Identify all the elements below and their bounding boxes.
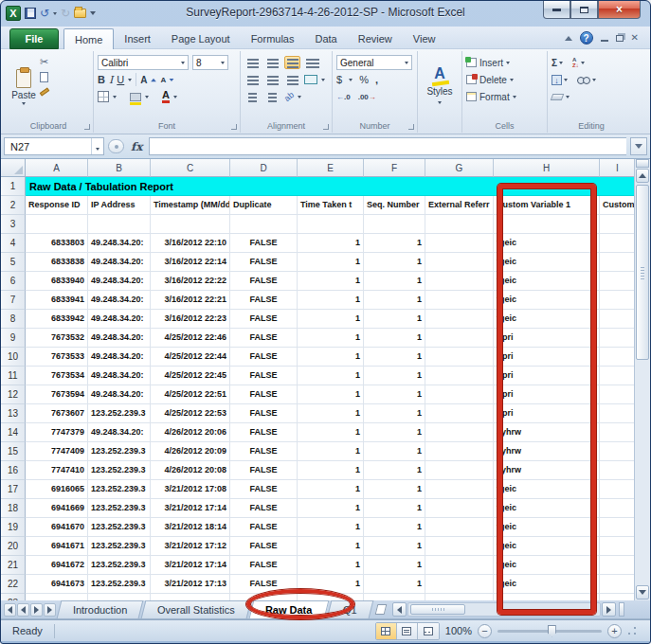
cell-C9[interactable]: 4/25/2012 22:46 bbox=[151, 329, 230, 348]
sheet-tab-q1[interactable]: Q1 bbox=[327, 600, 373, 618]
format-cells-button[interactable]: Format bbox=[466, 88, 543, 105]
formula-input[interactable] bbox=[149, 137, 626, 155]
percent-format-button[interactable]: % bbox=[359, 74, 369, 85]
next-sheet-icon[interactable] bbox=[30, 603, 43, 617]
row-header-1[interactable]: 1 bbox=[1, 177, 26, 196]
cell-H4[interactable]: tgeic bbox=[494, 234, 600, 253]
cell-D14[interactable]: FALSE bbox=[230, 423, 298, 442]
cell-C17[interactable]: 3/21/2012 17:08 bbox=[151, 480, 230, 499]
column-header-F[interactable]: F bbox=[364, 159, 425, 177]
last-sheet-icon[interactable] bbox=[44, 603, 56, 617]
cell-E6[interactable]: 1 bbox=[298, 272, 364, 291]
cell-D15[interactable]: FALSE bbox=[230, 442, 298, 461]
cell-A21[interactable]: 6941672 bbox=[26, 556, 88, 575]
row-header-19[interactable]: 19 bbox=[1, 518, 26, 537]
cell-C7[interactable]: 3/16/2012 22:21 bbox=[151, 291, 230, 310]
cell-E23[interactable] bbox=[298, 594, 364, 600]
grow-font-button[interactable]: A bbox=[140, 75, 156, 85]
cell-G3[interactable] bbox=[425, 215, 494, 234]
cell-B15[interactable]: 123.252.239.3 bbox=[88, 442, 151, 461]
cell-H11[interactable]: rlpri bbox=[494, 367, 600, 385]
cell-G9[interactable] bbox=[425, 329, 494, 348]
cell-I2[interactable]: Custom V bbox=[600, 196, 636, 215]
decrease-decimal-icon[interactable]: .00→ bbox=[358, 93, 376, 101]
cell-C11[interactable]: 4/25/2012 22:45 bbox=[151, 367, 230, 385]
cell-D23[interactable] bbox=[230, 594, 298, 600]
cell-F4[interactable]: 1 bbox=[364, 234, 425, 253]
cell-A4[interactable]: 6833803 bbox=[26, 234, 88, 253]
cell-F3[interactable] bbox=[364, 215, 425, 234]
align-bottom-icon[interactable] bbox=[284, 56, 300, 69]
cell-D13[interactable]: FALSE bbox=[230, 404, 298, 423]
format-painter-icon[interactable] bbox=[40, 87, 49, 96]
cell-B11[interactable]: 49.248.34.20: bbox=[88, 367, 151, 385]
cell-I11[interactable] bbox=[600, 367, 636, 385]
underline-dropdown-icon[interactable] bbox=[128, 79, 132, 81]
cell-G11[interactable] bbox=[425, 367, 494, 385]
tab-formulas[interactable]: Formulas bbox=[241, 28, 305, 49]
cell-I23[interactable] bbox=[600, 594, 636, 600]
cell-I10[interactable] bbox=[600, 348, 636, 367]
cell-A11[interactable]: 7673534 bbox=[26, 367, 88, 385]
cell-B7[interactable]: 49.248.34.20: bbox=[88, 291, 151, 310]
align-center-icon[interactable] bbox=[264, 73, 280, 86]
cell-E3[interactable] bbox=[298, 215, 364, 234]
cell-H19[interactable]: tgeic bbox=[494, 518, 600, 537]
cell-I8[interactable] bbox=[600, 310, 636, 329]
workbook-restore-icon[interactable] bbox=[616, 35, 624, 42]
cell-C2[interactable]: Timestamp (MM/dd bbox=[151, 196, 230, 215]
row-header-9[interactable]: 9 bbox=[1, 329, 26, 348]
cell-G19[interactable] bbox=[425, 518, 494, 537]
cell-A18[interactable]: 6941669 bbox=[26, 499, 88, 518]
cell-A5[interactable]: 6833838 bbox=[26, 253, 88, 272]
vertical-scrollbar[interactable] bbox=[634, 159, 650, 600]
number-dialog-launcher-icon[interactable] bbox=[408, 124, 414, 130]
cell-E21[interactable]: 1 bbox=[298, 556, 364, 575]
row-header-11[interactable]: 11 bbox=[1, 367, 26, 385]
shrink-font-button[interactable]: A bbox=[161, 76, 176, 84]
cell-A16[interactable]: 7747410 bbox=[26, 461, 88, 480]
cell-E13[interactable]: 1 bbox=[298, 404, 364, 423]
cell-A6[interactable]: 6833940 bbox=[26, 272, 88, 291]
row-header-3[interactable]: 3 bbox=[1, 215, 26, 234]
resize-grip[interactable] bbox=[627, 626, 637, 635]
cell-C14[interactable]: 4/26/2012 20:06 bbox=[151, 423, 230, 442]
cell-A20[interactable]: 6941671 bbox=[26, 537, 88, 556]
file-tab[interactable]: File bbox=[9, 28, 59, 49]
cell-E5[interactable]: 1 bbox=[298, 253, 364, 272]
cell-C15[interactable]: 4/26/2012 20:09 bbox=[151, 442, 230, 461]
increase-indent-icon[interactable] bbox=[264, 90, 280, 103]
cell-C19[interactable]: 3/21/2012 18:14 bbox=[151, 518, 230, 537]
merge-dropdown-icon[interactable] bbox=[321, 79, 325, 81]
cell-G20[interactable] bbox=[425, 537, 494, 556]
cell-G18[interactable] bbox=[425, 499, 494, 518]
fill-color-icon[interactable] bbox=[130, 93, 141, 101]
minimize-button[interactable] bbox=[543, 1, 570, 19]
cell-G10[interactable] bbox=[425, 348, 494, 367]
cell-H10[interactable]: rlpri bbox=[494, 348, 600, 367]
cell-A10[interactable]: 7673533 bbox=[26, 348, 88, 367]
cell-E9[interactable]: 1 bbox=[298, 329, 364, 348]
bold-button[interactable]: B bbox=[98, 74, 105, 85]
row-header-4[interactable]: 4 bbox=[1, 234, 26, 253]
cell-H7[interactable]: tgeic bbox=[494, 291, 600, 310]
cell-I17[interactable] bbox=[600, 480, 636, 499]
number-format-select[interactable]: General bbox=[336, 55, 412, 70]
cell-E22[interactable]: 1 bbox=[298, 575, 364, 594]
cell-A8[interactable]: 6833942 bbox=[26, 310, 88, 329]
borders-icon[interactable] bbox=[98, 91, 109, 102]
cell-G21[interactable] bbox=[425, 556, 494, 575]
cell-A9[interactable]: 7673532 bbox=[26, 329, 88, 348]
cell-B8[interactable]: 49.248.34.20: bbox=[88, 310, 151, 329]
collapse-ribbon-icon[interactable] bbox=[565, 36, 572, 41]
cell-H14[interactable]: ayhrw bbox=[494, 423, 600, 442]
cell-F10[interactable]: 1 bbox=[364, 348, 425, 367]
cell-F2[interactable]: Seq. Number bbox=[364, 196, 425, 215]
cell-B14[interactable]: 49.248.34.20: bbox=[88, 423, 151, 442]
fill-color-dropdown-icon[interactable] bbox=[145, 96, 149, 98]
cell-A15[interactable]: 7747409 bbox=[26, 442, 88, 461]
cell-H15[interactable]: ayhrw bbox=[494, 442, 600, 461]
delete-cells-button[interactable]: Delete bbox=[466, 71, 543, 88]
decrease-indent-icon[interactable] bbox=[244, 90, 261, 103]
cell-G22[interactable] bbox=[425, 575, 494, 594]
